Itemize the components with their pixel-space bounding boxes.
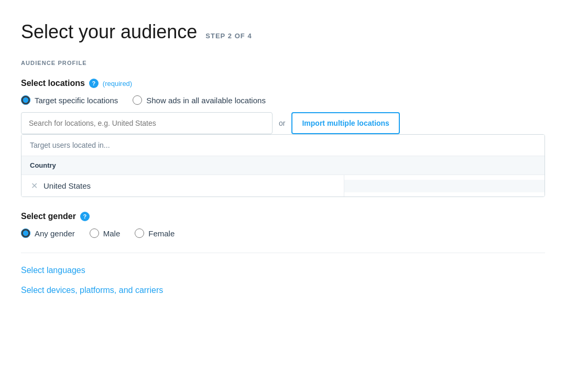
select-devices-link[interactable]: Select devices, platforms, and carriers bbox=[21, 286, 545, 295]
gender-radio-group: Any gender Male Female bbox=[21, 228, 545, 238]
location-name: United States bbox=[43, 181, 91, 190]
section-label: AUDIENCE PROFILE bbox=[21, 60, 545, 66]
divider-1 bbox=[21, 253, 545, 253]
location-cell-empty bbox=[344, 180, 545, 192]
page-title: Select your audience bbox=[21, 21, 197, 43]
radio-all-locations-label: Show ads in all available locations bbox=[146, 96, 266, 105]
radio-all-locations[interactable]: Show ads in all available locations bbox=[133, 95, 266, 105]
import-locations-button[interactable]: Import multiple locations bbox=[291, 112, 399, 134]
gender-field-group: Select gender ? Any gender Male Female bbox=[21, 212, 545, 238]
radio-male[interactable]: Male bbox=[90, 228, 121, 238]
locations-required: (required) bbox=[103, 80, 132, 88]
locations-field-label: Select locations ? (required) bbox=[21, 79, 545, 88]
location-search-input[interactable] bbox=[21, 112, 273, 134]
gender-field-label: Select gender ? bbox=[21, 212, 545, 221]
step-indicator: STEP 2 OF 4 bbox=[205, 32, 252, 40]
locations-field-group: Select locations ? (required) Target spe… bbox=[21, 79, 545, 197]
locations-help-icon[interactable]: ? bbox=[89, 79, 99, 88]
radio-target-specific-label: Target specific locations bbox=[35, 96, 118, 105]
radio-female-label: Female bbox=[148, 229, 175, 238]
locations-hint: Target users located in... bbox=[21, 135, 545, 156]
radio-male-label: Male bbox=[103, 229, 121, 238]
location-cell: ✕ United States bbox=[21, 175, 344, 197]
locations-table-header: Country bbox=[21, 156, 545, 175]
radio-target-specific-input[interactable] bbox=[21, 95, 30, 105]
radio-female[interactable]: Female bbox=[135, 228, 175, 238]
gender-help-icon[interactable]: ? bbox=[80, 212, 90, 221]
radio-any-gender-label: Any gender bbox=[35, 229, 75, 238]
search-row: or Import multiple locations bbox=[21, 112, 545, 134]
radio-target-specific[interactable]: Target specific locations bbox=[21, 95, 118, 105]
radio-male-input[interactable] bbox=[90, 228, 99, 238]
gender-label-text: Select gender bbox=[21, 212, 76, 221]
page-header: Select your audience STEP 2 OF 4 bbox=[21, 21, 545, 43]
locations-radio-group: Target specific locations Show ads in al… bbox=[21, 95, 545, 105]
radio-any-gender[interactable]: Any gender bbox=[21, 228, 75, 238]
or-label: or bbox=[279, 119, 285, 127]
locations-table: Target users located in... Country ✕ Uni… bbox=[21, 134, 545, 197]
radio-any-gender-input[interactable] bbox=[21, 228, 30, 238]
radio-all-locations-input[interactable] bbox=[133, 95, 142, 105]
remove-location-button[interactable]: ✕ bbox=[30, 182, 38, 190]
location-row: ✕ United States bbox=[21, 175, 545, 197]
locations-label-text: Select locations bbox=[21, 79, 85, 88]
select-languages-link[interactable]: Select languages bbox=[21, 266, 545, 275]
radio-female-input[interactable] bbox=[135, 228, 144, 238]
